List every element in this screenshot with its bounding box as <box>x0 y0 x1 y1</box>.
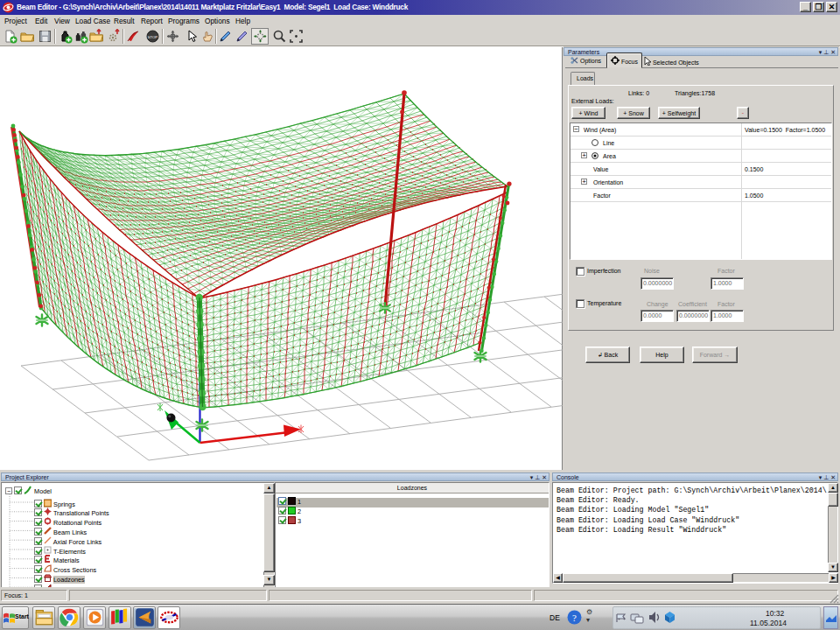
svg-text:STOP: STOP <box>148 35 158 39</box>
svg-text:?: ? <box>572 612 577 623</box>
